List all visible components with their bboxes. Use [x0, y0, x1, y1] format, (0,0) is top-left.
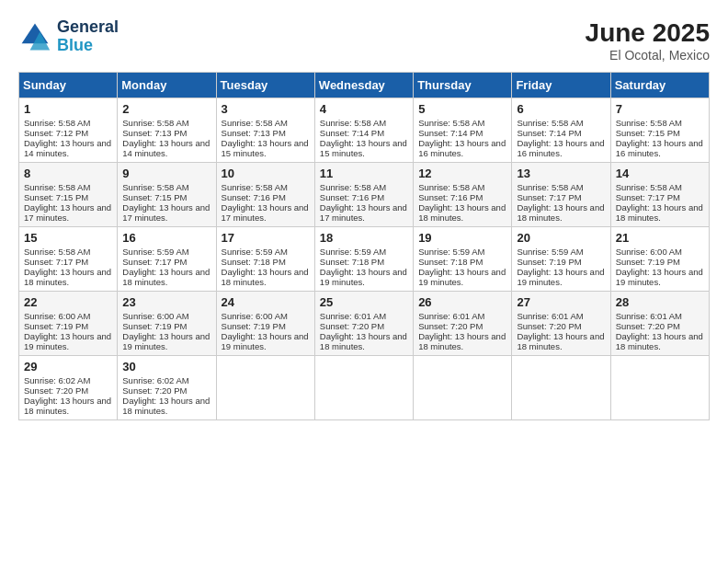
daylight-label: Daylight: 13 hours and 15 minutes.: [222, 138, 309, 158]
table-row: 28 Sunrise: 6:01 AM Sunset: 7:20 PM Dayl…: [610, 292, 709, 356]
sunset-label: Sunset: 7:18 PM: [418, 257, 483, 267]
table-row: 5 Sunrise: 5:58 AM Sunset: 7:14 PM Dayli…: [414, 98, 512, 163]
daylight-label: Daylight: 13 hours and 18 minutes.: [418, 202, 506, 223]
sunset-label: Sunset: 7:17 PM: [616, 192, 680, 202]
logo-icon: [18, 20, 51, 53]
sunset-label: Sunset: 7:20 PM: [517, 321, 581, 331]
sunset-label: Sunset: 7:13 PM: [122, 128, 187, 138]
day-number: 20: [517, 231, 605, 245]
col-monday: Monday: [118, 73, 216, 98]
sunrise-label: Sunrise: 5:58 AM: [320, 118, 386, 128]
sunrise-label: Sunrise: 5:58 AM: [122, 182, 188, 192]
day-number: 22: [24, 295, 112, 309]
sunset-label: Sunset: 7:15 PM: [122, 192, 187, 202]
day-number: 30: [122, 360, 210, 373]
day-number: 21: [616, 231, 704, 245]
sunrise-label: Sunrise: 6:01 AM: [517, 311, 583, 321]
day-number: 29: [24, 360, 112, 373]
day-number: 16: [122, 231, 210, 245]
sunrise-label: Sunrise: 5:59 AM: [517, 247, 583, 257]
sunset-label: Sunset: 7:20 PM: [418, 321, 483, 331]
daylight-label: Daylight: 13 hours and 18 minutes.: [122, 396, 210, 416]
day-number: 15: [24, 231, 112, 245]
day-number: 5: [418, 102, 506, 116]
day-number: 19: [418, 231, 506, 245]
sunset-label: Sunset: 7:19 PM: [122, 321, 187, 331]
daylight-label: Daylight: 13 hours and 19 minutes.: [616, 267, 703, 287]
col-sunday: Sunday: [19, 73, 118, 98]
table-row: 13 Sunrise: 5:58 AM Sunset: 7:17 PM Dayl…: [512, 163, 610, 227]
logo-text: General Blue: [57, 18, 119, 55]
daylight-label: Daylight: 13 hours and 17 minutes.: [222, 202, 309, 223]
table-row: 12 Sunrise: 5:58 AM Sunset: 7:16 PM Dayl…: [414, 163, 512, 227]
daylight-label: Daylight: 13 hours and 18 minutes.: [418, 331, 506, 351]
daylight-label: Daylight: 13 hours and 19 minutes.: [517, 267, 604, 287]
table-row: 14 Sunrise: 5:58 AM Sunset: 7:17 PM Dayl…: [610, 163, 709, 227]
sunrise-label: Sunrise: 5:58 AM: [418, 182, 484, 192]
col-wednesday: Wednesday: [314, 73, 413, 98]
location: El Ocotal, Mexico: [586, 48, 710, 63]
daylight-label: Daylight: 13 hours and 19 minutes.: [222, 331, 309, 351]
daylight-label: Daylight: 13 hours and 18 minutes.: [320, 331, 407, 351]
table-row: 9 Sunrise: 5:58 AM Sunset: 7:15 PM Dayli…: [118, 163, 216, 227]
col-tuesday: Tuesday: [216, 73, 314, 98]
col-thursday: Thursday: [414, 73, 512, 98]
daylight-label: Daylight: 13 hours and 16 minutes.: [418, 138, 506, 158]
day-number: 13: [517, 167, 605, 180]
sunset-label: Sunset: 7:19 PM: [517, 257, 581, 267]
sunrise-label: Sunrise: 5:58 AM: [122, 118, 188, 128]
sunrise-label: Sunrise: 6:01 AM: [320, 311, 386, 321]
day-number: 8: [24, 167, 112, 180]
daylight-label: Daylight: 13 hours and 18 minutes.: [616, 331, 703, 351]
day-number: 10: [222, 167, 310, 180]
table-row: 21 Sunrise: 6:00 AM Sunset: 7:19 PM Dayl…: [610, 227, 709, 292]
day-number: 18: [320, 231, 408, 245]
sunset-label: Sunset: 7:15 PM: [616, 128, 680, 138]
daylight-label: Daylight: 13 hours and 14 minutes.: [122, 138, 210, 158]
sunrise-label: Sunrise: 5:59 AM: [222, 247, 288, 257]
day-number: 12: [418, 167, 506, 180]
sunrise-label: Sunrise: 5:58 AM: [418, 118, 484, 128]
sunrise-label: Sunrise: 6:01 AM: [616, 311, 682, 321]
sunrise-label: Sunrise: 5:58 AM: [616, 182, 682, 192]
table-row: 2 Sunrise: 5:58 AM Sunset: 7:13 PM Dayli…: [118, 98, 216, 163]
sunrise-label: Sunrise: 5:58 AM: [320, 182, 386, 192]
sunrise-label: Sunrise: 5:58 AM: [24, 182, 90, 192]
table-row: 8 Sunrise: 5:58 AM Sunset: 7:15 PM Dayli…: [19, 163, 118, 227]
daylight-label: Daylight: 13 hours and 18 minutes.: [517, 331, 604, 351]
table-row: 10 Sunrise: 5:58 AM Sunset: 7:16 PM Dayl…: [216, 163, 314, 227]
daylight-label: Daylight: 13 hours and 18 minutes.: [24, 396, 111, 416]
table-row: 16 Sunrise: 5:59 AM Sunset: 7:17 PM Dayl…: [118, 227, 216, 292]
table-row: 29 Sunrise: 6:02 AM Sunset: 7:20 PM Dayl…: [19, 356, 118, 420]
table-row: 15 Sunrise: 5:58 AM Sunset: 7:17 PM Dayl…: [19, 227, 118, 292]
sunset-label: Sunset: 7:14 PM: [320, 128, 384, 138]
table-row: 1 Sunrise: 5:58 AM Sunset: 7:12 PM Dayli…: [19, 98, 118, 163]
table-row: 23 Sunrise: 6:00 AM Sunset: 7:19 PM Dayl…: [118, 292, 216, 356]
sunset-label: Sunset: 7:19 PM: [222, 321, 286, 331]
sunrise-label: Sunrise: 5:59 AM: [122, 247, 188, 257]
col-saturday: Saturday: [610, 73, 709, 98]
col-friday: Friday: [512, 73, 610, 98]
table-row: 19 Sunrise: 5:59 AM Sunset: 7:18 PM Dayl…: [414, 227, 512, 292]
calendar-row: 1 Sunrise: 5:58 AM Sunset: 7:12 PM Dayli…: [19, 98, 710, 163]
sunrise-label: Sunrise: 5:58 AM: [616, 118, 682, 128]
page-header: General Blue June 2025 El Ocotal, Mexico: [18, 18, 710, 63]
calendar-row: 22 Sunrise: 6:00 AM Sunset: 7:19 PM Dayl…: [19, 292, 710, 356]
calendar-row: 29 Sunrise: 6:02 AM Sunset: 7:20 PM Dayl…: [19, 356, 710, 420]
sunset-label: Sunset: 7:20 PM: [616, 321, 680, 331]
table-row: 24 Sunrise: 6:00 AM Sunset: 7:19 PM Dayl…: [216, 292, 314, 356]
table-row: [610, 356, 709, 420]
day-number: 17: [222, 231, 310, 245]
daylight-label: Daylight: 13 hours and 16 minutes.: [616, 138, 703, 158]
daylight-label: Daylight: 13 hours and 19 minutes.: [122, 331, 210, 351]
table-row: 26 Sunrise: 6:01 AM Sunset: 7:20 PM Dayl…: [414, 292, 512, 356]
daylight-label: Daylight: 13 hours and 18 minutes.: [222, 267, 309, 287]
day-number: 28: [616, 295, 704, 309]
sunset-label: Sunset: 7:17 PM: [517, 192, 581, 202]
sunrise-label: Sunrise: 5:58 AM: [24, 247, 90, 257]
day-number: 4: [320, 102, 408, 116]
table-row: [414, 356, 512, 420]
sunset-label: Sunset: 7:17 PM: [122, 257, 187, 267]
sunset-label: Sunset: 7:20 PM: [122, 385, 187, 396]
day-number: 25: [320, 295, 408, 309]
